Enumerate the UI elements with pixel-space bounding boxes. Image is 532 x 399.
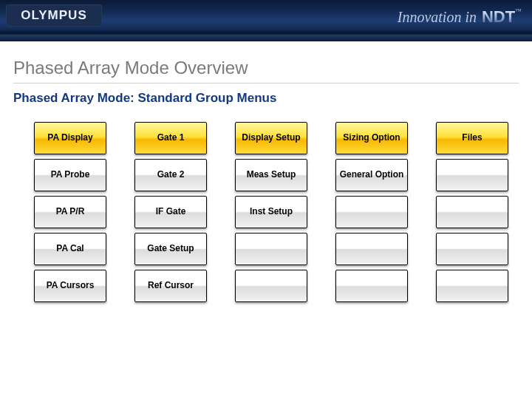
menu-blank[interactable] <box>235 233 307 265</box>
menu-blank[interactable] <box>436 233 508 265</box>
tagline: Innovation in NDT™ <box>398 7 522 27</box>
menu-columns: PA Display PA Probe PA P/R PA Cal PA Cur… <box>13 122 519 302</box>
tagline-tm: ™ <box>515 7 522 15</box>
page-subtitle: Phased Array Mode: Standard Group Menus <box>13 91 519 106</box>
menu-blank[interactable] <box>335 270 408 302</box>
olympus-logo: OLYMPUS <box>6 4 102 27</box>
menu-column-5: Files <box>436 122 508 302</box>
menu-gate-setup[interactable]: Gate Setup <box>134 233 207 265</box>
menu-blank[interactable] <box>436 159 508 191</box>
menu-pa-probe[interactable]: PA Probe <box>34 159 106 191</box>
slide-content: Phased Array Mode Overview Phased Array … <box>0 41 532 302</box>
menu-blank[interactable] <box>335 196 408 228</box>
menu-display-setup[interactable]: Display Setup <box>235 122 307 154</box>
menu-pa-display[interactable]: PA Display <box>34 122 106 154</box>
menu-gate-2[interactable]: Gate 2 <box>134 159 207 191</box>
menu-ref-cursor[interactable]: Ref Cursor <box>134 270 207 302</box>
header-bar: OLYMPUS Innovation in NDT™ <box>0 0 532 41</box>
menu-if-gate[interactable]: IF Gate <box>134 196 207 228</box>
menu-inst-setup[interactable]: Inst Setup <box>235 196 307 228</box>
menu-pa-pr[interactable]: PA P/R <box>34 196 106 228</box>
menu-gate-1[interactable]: Gate 1 <box>134 122 207 154</box>
tagline-prefix: Innovation in <box>398 9 480 25</box>
page-title: Phased Array Mode Overview <box>13 58 519 78</box>
tagline-ndt: NDT <box>480 7 515 26</box>
menu-column-3: Display Setup Meas Setup Inst Setup <box>235 122 307 302</box>
menu-sizing-option[interactable]: Sizing Option <box>335 122 408 154</box>
menu-pa-cal[interactable]: PA Cal <box>34 233 106 265</box>
menu-blank[interactable] <box>335 233 408 265</box>
menu-pa-cursors[interactable]: PA Cursors <box>34 270 106 302</box>
menu-general-option[interactable]: General Option <box>335 159 408 191</box>
menu-files[interactable]: Files <box>436 122 508 154</box>
menu-meas-setup[interactable]: Meas Setup <box>235 159 307 191</box>
logo-text: OLYMPUS <box>21 8 87 23</box>
menu-blank[interactable] <box>436 270 508 302</box>
menu-blank[interactable] <box>235 270 307 302</box>
title-divider <box>13 83 519 83</box>
menu-column-1: PA Display PA Probe PA P/R PA Cal PA Cur… <box>34 122 106 302</box>
menu-blank[interactable] <box>436 196 508 228</box>
menu-column-4: Sizing Option General Option <box>335 122 408 302</box>
menu-column-2: Gate 1 Gate 2 IF Gate Gate Setup Ref Cur… <box>134 122 207 302</box>
